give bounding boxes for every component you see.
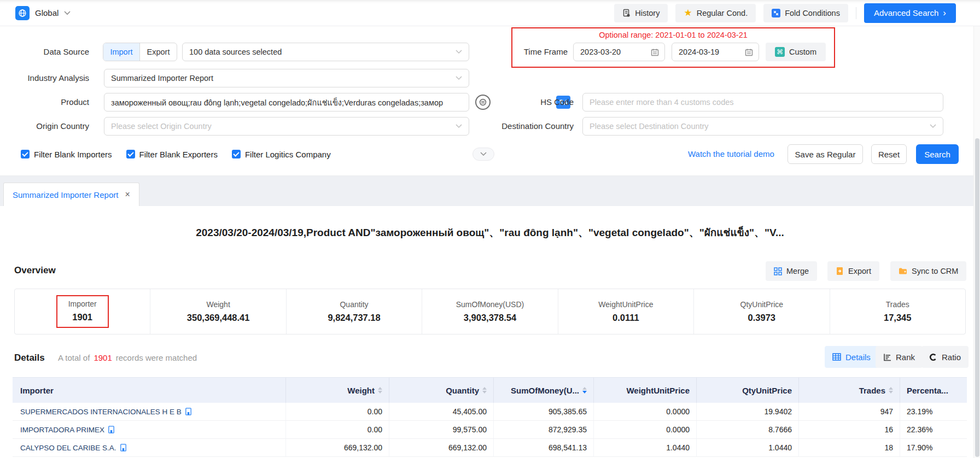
importer-name-link[interactable]: IMPORTADORA PRIMEX — [20, 426, 114, 434]
regular-cond-button[interactable]: ★ Regular Cond. — [675, 4, 756, 22]
header-sum-of-money[interactable]: SumOfMoney(U... — [494, 378, 594, 403]
tab-summarized-importer-report[interactable]: Summarized Importer Report × — [3, 183, 139, 206]
hs-code-input[interactable] — [582, 93, 943, 111]
checkbox-checked-icon[interactable] — [21, 150, 30, 158]
region-selector[interactable]: Global — [15, 6, 71, 20]
close-icon[interactable]: × — [125, 190, 130, 199]
start-date-value: 2023-03-20 — [580, 48, 621, 56]
ratio-view-button[interactable]: Ratio — [921, 346, 969, 368]
hs-code-label: HS Code — [485, 93, 574, 111]
optional-range-note: Optional range: 2021-01-01 to 2024-03-21 — [511, 31, 835, 39]
cell-weight-unit-price: 1.0440 — [594, 439, 697, 456]
stat-value: 0.0111 — [612, 313, 639, 323]
company-contact-icon[interactable] — [120, 444, 126, 451]
advanced-search-button[interactable]: Advanced Search › — [864, 3, 956, 23]
stat-weight: Weight 350,369,448.41 — [150, 289, 285, 334]
sort-carets-active-desc[interactable] — [582, 387, 587, 394]
stat-importer: Importer 1901 — [15, 289, 150, 334]
scrollbar-thumb[interactable] — [975, 138, 979, 457]
sort-carets[interactable] — [889, 387, 893, 394]
collapse-conditions-button[interactable] — [472, 148, 494, 161]
chevron-down-icon — [64, 11, 71, 15]
custom-button[interactable]: ⌘ Custom — [766, 43, 826, 61]
stat-label: Trades — [886, 300, 909, 309]
stat-value: 3,903,378.54 — [464, 313, 516, 323]
cell-qty-unit-price: 8.7666 — [697, 421, 799, 438]
details-view-button[interactable]: Details — [825, 346, 878, 368]
stat-label: Quantity — [340, 300, 368, 309]
import-option[interactable]: Import — [103, 43, 140, 61]
origin-country-select[interactable]: Please select Origin Country — [104, 117, 469, 136]
end-date-field[interactable]: 2024-03-19 — [672, 43, 759, 61]
destination-country-label: Destination Country — [485, 117, 574, 136]
industry-analysis-value: Summarized Importer Report — [111, 74, 213, 83]
product-label: Product — [0, 93, 89, 111]
search-button[interactable]: Search — [916, 144, 959, 164]
cell-qty-unit-price: 1.0440 — [697, 439, 799, 456]
sync-to-crm-button[interactable]: Sync to CRM — [890, 261, 966, 281]
chevron-right-icon: › — [943, 8, 946, 17]
importer-name-link[interactable]: SUPERMERCADOS INTERNACIONALES H E B — [20, 408, 191, 416]
company-contact-icon[interactable] — [108, 426, 114, 433]
cell-weight-unit-price: 0.0000 — [594, 421, 697, 438]
history-label: History — [635, 9, 660, 17]
importer-name-link[interactable]: CALYPSO DEL CARIBE S.A. — [20, 444, 126, 452]
filter-blank-importers[interactable]: Filter Blank Importers — [21, 150, 112, 159]
checkbox-checked-icon[interactable] — [126, 150, 135, 158]
cell-percentage: 17.90% — [900, 439, 967, 456]
origin-country-label: Origin Country — [0, 117, 89, 136]
cell-weight: 0.00 — [286, 421, 389, 438]
cell-weight: 669,132.00 — [286, 439, 389, 456]
destination-country-select[interactable]: Please select Destination Country — [582, 117, 943, 136]
cell-sum-of-money: 698,541.13 — [494, 439, 594, 456]
stat-quantity: Quantity 9,824,737.18 — [286, 289, 422, 334]
summary-suffix: records were matched — [116, 353, 197, 362]
globe-icon — [15, 6, 30, 20]
product-input[interactable] — [104, 93, 469, 111]
filter-label: Filter Logitics Company — [245, 150, 331, 159]
chevron-down-icon — [456, 50, 462, 54]
header-trades[interactable]: Trades — [799, 378, 900, 403]
overview-panel: Importer 1901 Weight 350,369,448.41 Quan… — [14, 289, 966, 334]
export-button[interactable]: Export — [827, 261, 879, 281]
divider — [856, 7, 856, 19]
company-contact-icon[interactable] — [185, 408, 191, 415]
filter-logitics-company[interactable]: Filter Logitics Company — [232, 150, 331, 159]
header-weight[interactable]: Weight — [286, 378, 389, 403]
cell-sum-of-money: 905,385.65 — [494, 403, 594, 420]
export-option[interactable]: Export — [140, 43, 177, 61]
filter-label: Filter Blank Importers — [34, 150, 112, 159]
time-frame-label: Time Frame — [481, 43, 568, 61]
chevron-down-icon — [456, 76, 462, 80]
data-source-toggle: Import Export — [103, 43, 177, 61]
merge-button[interactable]: Merge — [766, 261, 817, 281]
checkbox-checked-icon[interactable] — [232, 150, 241, 158]
record-count: 1901 — [94, 353, 112, 362]
industry-analysis-label: Industry Analysis — [0, 69, 89, 87]
rank-view-button[interactable]: Rank — [876, 346, 923, 368]
ratio-icon — [929, 353, 937, 361]
save-as-regular-button[interactable]: Save as Regular — [788, 144, 863, 164]
sort-carets[interactable] — [482, 387, 487, 394]
cell-qty-unit-price: 19.9402 — [697, 403, 799, 420]
header-quantity[interactable]: Quantity — [389, 378, 494, 403]
stat-value: 350,369,448.41 — [187, 313, 250, 323]
search-form: Optional range: 2021-01-01 to 2024-03-21… — [0, 26, 980, 176]
filter-label: Filter Blank Exporters — [139, 150, 218, 159]
sort-carets[interactable] — [378, 387, 382, 394]
overview-heading: Overview — [14, 265, 56, 276]
start-date-field[interactable]: 2023-03-20 — [573, 43, 665, 61]
filter-blank-exporters[interactable]: Filter Blank Exporters — [126, 150, 218, 159]
cell-percentage: 23.19% — [900, 403, 967, 420]
cell-percentage: 22.36% — [900, 421, 967, 438]
tutorial-demo-link[interactable]: Watch the tutorial demo — [688, 144, 774, 164]
stat-weight-unit-price: WeightUnitPrice 0.0111 — [558, 289, 693, 334]
industry-analysis-select[interactable]: Summarized Importer Report — [104, 69, 469, 87]
fold-conditions-button[interactable]: Fold Conditions — [763, 4, 848, 22]
stat-value: 9,824,737.18 — [328, 313, 380, 323]
stat-value: 1901 — [72, 312, 92, 322]
reset-button[interactable]: Reset — [871, 144, 907, 164]
data-sources-select[interactable]: 100 data sources selected — [182, 43, 469, 61]
history-button[interactable]: History — [614, 4, 668, 22]
merge-icon — [774, 267, 782, 275]
